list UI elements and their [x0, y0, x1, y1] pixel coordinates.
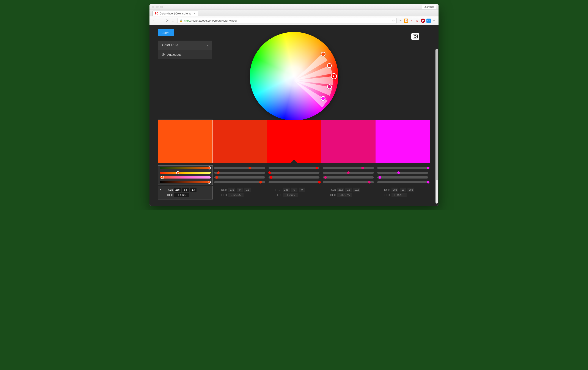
slider-handle[interactable]: [427, 181, 430, 184]
hue-slider[interactable]: [160, 167, 211, 169]
lightness-slider[interactable]: [214, 176, 265, 179]
hex-value[interactable]: FF0000: [283, 193, 298, 197]
color-wheel[interactable]: [250, 32, 338, 120]
slider-handle[interactable]: [318, 181, 321, 184]
rule-option-label: Analogous: [167, 53, 181, 56]
rgb-label: RGB: [162, 188, 173, 191]
slider-handle[interactable]: [368, 181, 371, 184]
b-value[interactable]: 122: [353, 188, 360, 192]
b-value[interactable]: 255: [408, 188, 414, 192]
wheel-picker[interactable]: [327, 84, 332, 89]
hue-slider[interactable]: [269, 167, 319, 169]
saturation-slider[interactable]: [269, 172, 319, 174]
window-titlebar: Laurence: [149, 4, 439, 10]
color-rule-toggle[interactable]: Color Rule ››: [158, 41, 212, 50]
opera-ext-icon[interactable]: ●: [410, 19, 414, 23]
hue-slider[interactable]: [214, 167, 265, 169]
slider-handle[interactable]: [249, 167, 251, 169]
slider-handle[interactable]: [315, 167, 318, 169]
g-value[interactable]: 44: [237, 188, 243, 192]
b-value[interactable]: 12: [244, 188, 251, 192]
extract-from-image-button[interactable]: [411, 33, 419, 40]
slider-handle[interactable]: [215, 176, 218, 179]
r-value[interactable]: 255: [391, 188, 399, 192]
analytics-ext-icon[interactable]: 📈: [404, 19, 408, 23]
swatch[interactable]: [321, 120, 376, 163]
g-value[interactable]: 0: [291, 188, 297, 192]
traffic-lights[interactable]: [152, 6, 163, 8]
hex-value[interactable]: FF0DFF: [391, 193, 407, 197]
hex-label: HEX: [326, 193, 336, 197]
r-value[interactable]: 255: [174, 188, 181, 192]
hex-value[interactable]: E80C7A: [337, 193, 352, 197]
slider-handle[interactable]: [361, 167, 364, 169]
slider-handle[interactable]: [378, 176, 381, 179]
buffer-ext-icon[interactable]: ☰: [399, 19, 403, 23]
save-button[interactable]: Save: [158, 29, 174, 36]
triangle-right-icon[interactable]: [160, 189, 161, 191]
b-value[interactable]: 0: [299, 188, 305, 192]
slider-handle[interactable]: [397, 171, 400, 174]
slider-handle[interactable]: [270, 176, 273, 179]
slider-handle[interactable]: [208, 181, 211, 184]
wheel-picker[interactable]: [321, 96, 326, 101]
tips-ext-icon[interactable]: 100: [426, 19, 431, 23]
slider-handle[interactable]: [259, 181, 262, 184]
g-value[interactable]: 12: [345, 188, 352, 192]
slider-handle[interactable]: [347, 171, 350, 174]
wheel-picker[interactable]: [321, 52, 326, 56]
r-value[interactable]: 255: [283, 188, 290, 192]
r-value[interactable]: 232: [337, 188, 344, 192]
brightness-slider[interactable]: [214, 181, 265, 183]
slider-handle[interactable]: [427, 167, 430, 169]
hue-slider[interactable]: [377, 167, 428, 169]
scrollbar[interactable]: [435, 49, 438, 204]
swatch[interactable]: [158, 120, 212, 163]
rule-option-analogous[interactable]: Analogous: [158, 50, 212, 59]
wheel-picker[interactable]: [327, 63, 332, 68]
saturation-slider[interactable]: [160, 172, 211, 174]
b-value[interactable]: 13: [190, 188, 197, 192]
readouts-block: RGB2558313HEXFF530DRGB2324412HEXE82C0CRG…: [158, 186, 430, 199]
lightness-slider[interactable]: [323, 176, 374, 179]
slider-handle[interactable]: [217, 171, 220, 174]
scrollbar-thumb[interactable]: [436, 49, 438, 180]
slider-handle[interactable]: [161, 176, 164, 179]
g-value[interactable]: 83: [182, 188, 189, 192]
slider-handle[interactable]: [268, 171, 271, 174]
saturation-slider[interactable]: [214, 172, 265, 174]
address-bar[interactable]: 🔒 https ://color.adobe.com/create/color-…: [178, 18, 397, 24]
close-tab-icon[interactable]: ×: [193, 12, 195, 15]
menu-icon[interactable]: ☰: [432, 19, 436, 23]
brightness-slider[interactable]: [269, 181, 319, 183]
saturation-slider[interactable]: [323, 172, 374, 174]
hex-value[interactable]: E82C0C: [228, 193, 243, 197]
hex-value[interactable]: FF530D: [174, 193, 189, 197]
browser-tab[interactable]: Color wheel | Color scheme ×: [153, 11, 198, 16]
pinterest-ext-icon[interactable]: P: [421, 19, 425, 23]
swatch[interactable]: [267, 120, 321, 163]
wheel-picker[interactable]: [331, 73, 337, 79]
lightness-slider[interactable]: [377, 176, 428, 179]
profile-badge[interactable]: Laurence: [422, 5, 436, 9]
brightness-slider[interactable]: [377, 181, 428, 183]
reload-button[interactable]: ⟳: [165, 18, 169, 23]
lightness-slider[interactable]: [269, 176, 319, 179]
saturation-slider[interactable]: [377, 172, 428, 174]
brightness-slider[interactable]: [323, 181, 374, 183]
gmail-ext-icon[interactable]: M: [415, 19, 420, 23]
forward-button[interactable]: →: [158, 18, 163, 23]
swatch[interactable]: [212, 120, 267, 163]
bookmark-star-icon[interactable]: ☆: [392, 19, 395, 23]
r-value[interactable]: 232: [228, 188, 235, 192]
swatch[interactable]: [376, 120, 430, 163]
slider-handle[interactable]: [324, 176, 327, 179]
g-value[interactable]: 13: [400, 188, 406, 192]
slider-handle[interactable]: [176, 171, 179, 174]
slider-handle[interactable]: [208, 166, 211, 169]
hue-slider[interactable]: [323, 167, 374, 169]
home-button[interactable]: ⌂: [171, 18, 176, 23]
brightness-slider[interactable]: [160, 181, 211, 183]
back-button[interactable]: ←: [152, 18, 156, 23]
lightness-slider[interactable]: [160, 176, 211, 179]
